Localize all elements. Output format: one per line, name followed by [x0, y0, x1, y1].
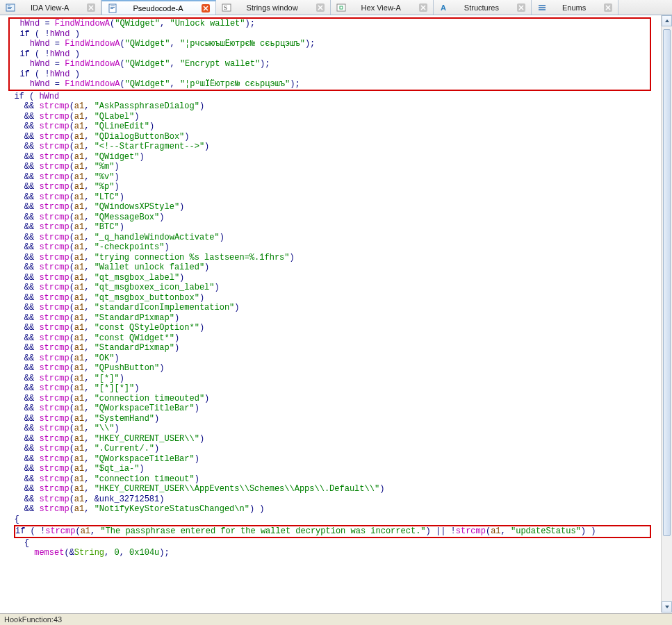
status-bar: HookFunction:43 [0, 613, 672, 625]
strcmp-line: && strcmp(a1, "[*]") [4, 374, 657, 384]
strcmp-line: && strcmp(a1, &unk_32712581) [4, 494, 657, 505]
highlighted-passphrase-check: if ( !strcmp(a1, "The passphrase entered… [14, 525, 651, 538]
svg-rect-7 [110, 7, 115, 8]
tab-label: IDA View-A [18, 3, 81, 12]
strcmp-line: && strcmp(a1, "AskPassphraseDialog") [4, 101, 657, 112]
svg-rect-19 [539, 7, 546, 8]
svg-text:S: S [224, 4, 227, 11]
code-area: hWnd = FindWindowA("QWidget", "Unlock wa… [0, 15, 661, 560]
svg-rect-18 [539, 5, 546, 6]
svg-rect-2 [8, 7, 12, 8]
code-line: hWnd = FindWindowA("QWidget", "Unlock wa… [10, 19, 650, 29]
strcmp-line: && strcmp(a1, "qt_msgbox_buttonbox") [4, 293, 657, 303]
tab-close-icon[interactable] [517, 3, 525, 12]
strcmp-line: && strcmp(a1, "standardIconImplementatio… [4, 303, 657, 313]
tab-close-icon[interactable] [419, 3, 427, 12]
strcmp-line: && strcmp(a1, "SystemHand") [4, 414, 657, 424]
scroll-up-button[interactable] [662, 15, 672, 26]
tab-label: Pseudocode-A [120, 4, 195, 12]
highlighted-findwindow-block: hWnd = FindWindowA("QWidget", "Unlock wa… [8, 17, 651, 91]
enums-icon [537, 3, 547, 12]
strcmp-line: && strcmp(a1, "%v") [4, 172, 657, 183]
strcmp-line: && strcmp(a1, ".Current/.") [4, 444, 657, 454]
strcmp-line: && strcmp(a1, "connection timeout") [4, 474, 657, 485]
code-line: { [4, 515, 657, 525]
strcmp-line: && strcmp(a1, "<!--StartFragment-->") [4, 142, 657, 152]
tab-ida-view-a[interactable]: IDA View-A [0, 0, 101, 15]
strcmp-line: && strcmp(a1, "HKEY_CURRENT_USER\\") [4, 434, 657, 444]
tab-label: Enums [550, 3, 598, 12]
strcmp-line: && strcmp(a1, "StandardPixmap") [4, 343, 657, 353]
svg-rect-8 [110, 8, 113, 9]
svg-rect-13 [337, 4, 345, 11]
tab-label: Strings window [234, 3, 311, 12]
strcmp-line: && strcmp(a1, "StandardPixmap") [4, 313, 657, 324]
strcmp-line: && strcmp(a1, "$qt_ia-") [4, 464, 657, 474]
code-line: if ( !hWnd ) [10, 49, 650, 60]
strcmp-line: && strcmp(a1, "QWorkspaceTitleBar") [4, 403, 657, 414]
strcmp-line: && strcmp(a1, "QPushButton") [4, 363, 657, 374]
strcmp-line: && strcmp(a1, "QLineEdit") [4, 122, 657, 132]
tab-close-icon[interactable] [202, 4, 210, 12]
strcmp-line: && strcmp(a1, "connection timeouted") [4, 394, 657, 404]
tab-close-icon[interactable] [316, 3, 325, 12]
code-line: if ( !hWnd ) [10, 29, 650, 40]
tab-structures[interactable]: AStructures [434, 0, 532, 15]
strcmp-line: && strcmp(a1, "\\") [4, 424, 657, 434]
strcmp-line: && strcmp(a1, "QWindowsXPStyle") [4, 202, 657, 212]
strcmp-line: && strcmp(a1, "Wallet unlock failed") [4, 262, 657, 273]
code-line: { [4, 538, 657, 549]
scroll-down-button[interactable] [662, 601, 672, 612]
strcmp-line: && strcmp(a1, "trying connection %s last… [4, 253, 657, 263]
strcmp-line: && strcmp(a1, "NotifyKeyStoreStatusChang… [4, 504, 657, 515]
strcmp-line: && strcmp(a1, "%p") [4, 182, 657, 192]
strcmp-line: && strcmp(a1, "BTC") [4, 222, 657, 233]
code-line: if ( !hWnd ) [10, 69, 650, 80]
strcmp-line: && strcmp(a1, "QDialogButtonBox") [4, 132, 657, 142]
tab-close-icon[interactable] [604, 3, 612, 12]
tab-close-icon[interactable] [87, 3, 95, 12]
svg-text:A: A [441, 3, 446, 12]
hex-icon [336, 3, 346, 12]
code-line: memset(&String, 0, 0x104u); [4, 548, 657, 558]
tab-enums[interactable]: Enums [532, 0, 618, 15]
strcmp-line: && strcmp(a1, "QLabel") [4, 112, 657, 122]
code-line: if ( !strcmp(a1, "The passphrase entered… [15, 526, 650, 537]
tab-label: Structures [452, 3, 511, 12]
svg-rect-1 [8, 6, 10, 6]
strcmp-line: && strcmp(a1, "QWorkspaceTitleBar") [4, 454, 657, 465]
scroll-thumb[interactable] [663, 29, 671, 536]
svg-rect-6 [110, 6, 115, 6]
tab-hex-view-a[interactable]: Hex View-A [331, 0, 434, 15]
svg-rect-3 [8, 8, 11, 9]
tab-strings-window[interactable]: SStrings window [216, 0, 331, 15]
strcmp-line: && strcmp(a1, "%m") [4, 162, 657, 172]
strcmp-line: && strcmp(a1, "const QStyleOption*") [4, 323, 657, 333]
strcmp-line: && strcmp(a1, "qt_msgboxex_icon_label") [4, 283, 657, 293]
code-line: if ( hWnd [4, 92, 657, 102]
tab-pseudocode-a[interactable]: Pseudocode-A [101, 0, 215, 15]
status-text: HookFunction:43 [4, 615, 62, 624]
pseudo-icon [108, 3, 117, 13]
tab-bar: IDA View-APseudocode-ASStrings windowHex… [0, 0, 672, 15]
tab-label: Hex View-A [349, 3, 413, 12]
ida-icon [6, 3, 15, 12]
strcmp-line: && strcmp(a1, "QMessageBox") [4, 212, 657, 223]
strcmp-line: && strcmp(a1, "QWidget") [4, 152, 657, 162]
strcmp-line: && strcmp(a1, "LTC") [4, 192, 657, 203]
code-line: hWnd = FindWindowA("QWidget", "Encrypt w… [10, 59, 650, 69]
pseudocode-pane: hWnd = FindWindowA("QWidget", "Unlock wa… [0, 15, 661, 612]
strcmp-line: && strcmp(a1, "const QWidget*") [4, 333, 657, 344]
strcmp-line: && strcmp(a1, "_q_handleWindowActivate") [4, 233, 657, 243]
strcmp-line: && strcmp(a1, "OK") [4, 353, 657, 364]
vertical-scrollbar[interactable] [661, 15, 672, 612]
code-line: hWnd = FindWindowA("QWidget", "¦рчсыюъшЁ… [10, 39, 650, 49]
code-line: hWnd = FindWindowA("QWidget", "¦рºшЇЁютр… [10, 79, 650, 90]
strcmp-line: && strcmp(a1, "qt_msgbox_label") [4, 273, 657, 283]
svg-rect-20 [539, 9, 546, 10]
struct-icon: A [439, 3, 449, 12]
strings-icon: S [222, 3, 231, 12]
strcmp-line: && strcmp(a1, "HKEY_CURRENT_USER\\AppEve… [4, 484, 657, 494]
strcmp-line: && strcmp(a1, "[*][*]") [4, 383, 657, 394]
strcmp-line: && strcmp(a1, "-checkpoints") [4, 242, 657, 253]
